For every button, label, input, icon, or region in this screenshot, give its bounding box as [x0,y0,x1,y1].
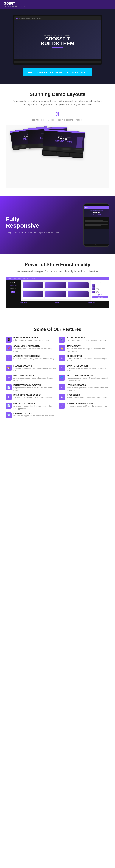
feature-documentation-desc: We provide instructions on how to instal… [13,387,56,392]
feature-fontello-name: AWESOME FONTELLO ICONS [13,355,55,357]
phone-navbar: GOIFIT ☰ [84,206,109,209]
feature-admin-icon: 🛡 [59,403,65,409]
phone-screen: GOIFIT ☰ THAT'S YOUR COMPETITION WHAT IS… [84,206,109,244]
feature-retina-name: RETINA READY [67,345,109,347]
footer-col-2: Contact Us [41,302,74,307]
responsive-section: FullyResponsive Design is optimized for … [0,196,115,254]
feature-support-name: PREMIUM SUPPORT [13,412,54,414]
feature-sticky-menus-name: STICKY MENUS SUPPORTED [13,345,56,347]
feature-support: 💎 PREMIUM SUPPORT Get premium support an… [6,412,56,418]
feature-visual-composer-icon: 🔧 [59,337,65,343]
feature-responsive-name: RESPONSIVE WEB DESIGN [13,337,49,339]
feature-video-icon: ▶ [59,394,65,400]
hero-section: GOIFIT HOME ABOUT CLASSES CONTACT OTHER … [0,9,115,84]
laptop-screen: GOIFIT HOME ABOUT CLASSES CONTACT OTHER … [14,17,101,61]
cart-item-3: Item 3$22.99 [92,291,108,293]
feature-shortcodes: [/] LGTM SHORTCODES Plugin versatile spo… [59,384,109,392]
feature-admin: 🛡 POWERFUL ADMIN INTERFACE Get premium s… [59,403,109,410]
feature-multilang-content: MULTI LANGUAGE SUPPORT WPML support and … [67,375,109,382]
footer-col-3: Latest Posts [76,302,108,307]
feature-admin-content: POWERFUL ADMIN INTERFACE Get premium sup… [67,403,107,407]
feature-customizable-name: EASY CUSTOMIZABLE [13,375,56,377]
feature-retina-content: RETINA READY Your site looks clean and c… [67,345,109,352]
feature-onepage-name: ONE PAGE SITE OPTION [13,403,56,405]
feature-pagebuilder-desc: The drag n drop amazing tools for conten… [13,397,55,399]
feature-customizable-icon: ⚙ [6,375,11,380]
responsive-desc: Design is optimized for all the most pop… [6,231,80,235]
feature-admin-desc: Get premium support and flexible theme m… [67,405,107,407]
product-item: $13.99 [22,282,44,290]
cart-title: Cart [92,282,108,283]
store-preview: GOIFIT HOME ABOUT CLASSES STORE CONTACT … [6,277,109,308]
feature-shortcodes-content: LGTM SHORTCODES Plugin versatile spots w… [67,384,109,392]
feature-support-icon: 💎 [6,412,11,418]
laptop-nav-link: ABOUT [26,18,30,19]
feature-video: ▶ VIDEO SLIDER Visitors will enjoy beaut… [59,394,109,400]
logo: GOIFIT [4,2,25,6]
cart-item-2: Item 2$12.99 [92,287,108,290]
store-title: Powerful Store Functionality [6,262,109,268]
feature-admin-name: POWERFUL ADMIN INTERFACE [67,403,107,405]
demo-subtitle: COMPLETELY DIFFERENT HOMEPAGES [6,119,109,121]
feature-colours: 🎨 FLEXIBLE COLOURS Adapt the theme to yo… [6,365,56,372]
product-item: $13.99 [67,282,89,290]
header: GOIFIT DESIGN • CREATIVITY [0,0,115,9]
phone-home-button [95,244,97,246]
feature-video-content: VIDEO SLIDER Visitors will enjoy beautif… [67,394,107,399]
phone-speaker [93,205,99,206]
feature-pagebuilder-icon: ✚ [6,394,11,400]
cta-button[interactable]: GET UP AND RUNNING IN JUST ONE CLICK! [23,68,92,76]
feature-video-desc: Visitors will enjoy beautiful video slid… [67,397,107,399]
feature-responsive-icon: 📱 [6,337,11,343]
checkout-button[interactable]: Checkout Now [92,296,108,299]
feature-video-name: VIDEO SLIDER [67,394,107,396]
demo-description: You are welcome to choose between the pr… [13,99,102,106]
feature-visual-composer: 🔧 VISUAL COMPOSER The theme comes built … [59,337,109,343]
feature-shortcodes-name: LGTM SHORTCODES [67,384,109,386]
store-nav-links: HOME ABOUT CLASSES STORE CONTACT [14,278,36,279]
cta-container: GET UP AND RUNNING IN JUST ONE CLICK! [4,68,111,76]
feature-google-fonts-name: GOOGLE FONTS [67,355,109,357]
cart-item-1: Item 1$13.99 [92,284,108,287]
feature-multilang-icon: 🌐 [59,375,65,380]
phone-nav-logo: GOIFIT [85,207,88,208]
feature-google-fonts-content: GOOGLE FONTS Choose between a bunch of f… [67,355,109,362]
feature-sticky-menus-content: STICKY MENUS SUPPORTED Better navigation… [13,345,56,352]
feature-visual-composer-desc: The theme comes built in with Visual Com… [67,339,107,341]
feature-back-top-desc: Convenient navigation option for mobile … [67,367,109,372]
demo-card-3: GOIFIT OTHER GYMS USE MACHINES CROSSFITB… [42,129,85,158]
features-grid: 📱 RESPONSIVE WEB DESIGN Fully Responsive… [6,337,109,418]
phone-content-area [84,217,109,229]
laptop-inner: GOIFIT HOME ABOUT CLASSES CONTACT OTHER … [14,17,101,61]
feature-fontello-icon: ❤ [6,355,11,361]
phone-bottom-bar [84,244,109,246]
feature-responsive-desc: Fully Responsive Layout & 100% Retina Re… [13,339,49,341]
product-item: $13.99 [22,291,44,299]
laptop-nav-link: CONTACT [37,18,43,19]
responsive-title: FullyResponsive [6,216,80,229]
features-section: Some Of Our Features 📱 RESPONSIVE WEB DE… [0,319,115,426]
laptop-base [14,61,101,63]
footer-col-1: Goifit Center [7,302,39,307]
feature-sticky-menus-icon: 📌 [6,345,11,351]
feature-shortcodes-desc: Plugin versatile spots with a comprehens… [67,387,109,392]
laptop-bottom-decoration [14,59,101,61]
feature-retina-icon: ⭐ [59,345,65,351]
store-nav: GOIFIT HOME ABOUT CLASSES STORE CONTACT [6,277,109,280]
phone-hero: THAT'S YOUR COMPETITION WHAT IS CROSSFIT… [84,209,109,217]
store-footer: Goifit Center Contact Us Latest Posts [6,301,109,308]
feature-documentation-icon: 📄 [6,384,11,390]
feature-customizable: ⚙ EASY CUSTOMIZABLE Awesome easy-to-use … [6,375,56,382]
phone-hero-heading2: CROSSFIT? [85,213,107,216]
product-item: $13.99 [67,291,89,299]
feature-responsive: 📱 RESPONSIVE WEB DESIGN Fully Responsive… [6,337,56,343]
store-filter: Filter By Price $0 — $100 Filter [7,285,19,293]
feature-back-top-icon: ↑ [59,365,65,371]
feature-colours-content: FLEXIBLE COLOURS Adapt the theme to your… [13,365,56,372]
store-body: STORE Filter By Price $0 — $100 Filter $… [6,280,109,301]
laptop-nav-link: CLASSES [31,18,36,19]
feature-customizable-content: EASY CUSTOMIZABLE Awesome easy-to-use op… [13,375,56,382]
feature-google-fonts-desc: Choose between a bunch of fonts availabl… [67,358,109,362]
laptop-navbar: GOIFIT HOME ABOUT CLASSES CONTACT [14,17,101,20]
feature-colours-desc: Adapt the theme to your corporate colour… [13,367,56,372]
